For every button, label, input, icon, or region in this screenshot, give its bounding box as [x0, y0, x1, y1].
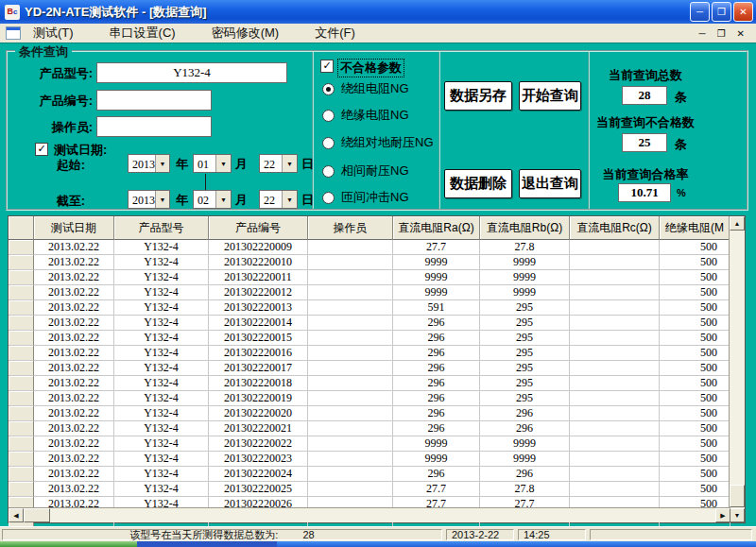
table-row[interactable]: 2013.02.22Y132-4201302220015296295500: [9, 331, 730, 346]
column-header[interactable]: 直流电阻Rb(Ω): [480, 216, 570, 240]
minimize-button[interactable]: ─: [690, 2, 710, 22]
chevron-down-icon[interactable]: ▼: [215, 155, 231, 172]
row-selector[interactable]: [9, 346, 34, 361]
chevron-down-icon[interactable]: ▼: [215, 191, 231, 208]
column-header[interactable]: 直流电阻Rc(Ω): [570, 216, 660, 240]
ng-option[interactable]: 相间耐压NG: [322, 162, 409, 179]
table-row[interactable]: 2013.02.22Y132-4201302220024296296500: [9, 467, 730, 482]
column-header[interactable]: 操作员: [308, 216, 393, 240]
column-header[interactable]: 产品型号: [114, 216, 209, 240]
table-row[interactable]: 2013.02.22Y132-420130222002299999999500: [9, 436, 730, 452]
taskbar[interactable]: [0, 541, 756, 547]
scroll-up-button[interactable]: ▲: [730, 216, 745, 231]
operator-input[interactable]: [96, 116, 212, 137]
horizontal-scroll-thumb[interactable]: [24, 508, 50, 522]
product-no-input[interactable]: [96, 90, 212, 111]
menu-item[interactable]: 串口设置(C): [106, 24, 180, 43]
mdi-restore-button[interactable]: ❐: [717, 28, 726, 39]
column-header[interactable]: 直流电阻Ra(Ω): [393, 216, 480, 240]
mdi-minimize-button[interactable]: ─: [699, 28, 706, 39]
ng-option[interactable]: 匝间冲击NG: [322, 189, 409, 206]
row-selector[interactable]: [9, 421, 34, 436]
mdi-child-icon[interactable]: [6, 26, 21, 40]
row-selector[interactable]: [9, 376, 34, 391]
menu-item[interactable]: 测试(T): [29, 24, 77, 43]
table-row[interactable]: 2013.02.22Y132-420130222001199999999500: [9, 270, 730, 285]
row-selector[interactable]: [9, 482, 34, 497]
start-month-select[interactable]: 01 ▼: [193, 154, 232, 173]
application-window: Bc YD-2N-ATE测试软件 - [数据查询] ─ ❐ ✕ 测试(T)串口设…: [0, 0, 756, 547]
exit-query-button[interactable]: 退出查询: [519, 169, 581, 198]
chevron-down-icon[interactable]: ▼: [155, 191, 169, 208]
radio-icon[interactable]: [322, 110, 335, 122]
menu-item[interactable]: 密码修改(M): [208, 24, 284, 43]
radio-icon[interactable]: [322, 83, 335, 95]
delete-data-button[interactable]: 数据删除: [444, 169, 512, 198]
horizontal-scrollbar[interactable]: ◀ ▶: [9, 507, 730, 522]
ng-option[interactable]: 绕组电阻NG: [322, 80, 409, 97]
row-selector[interactable]: [9, 391, 34, 406]
cell-rc: [570, 285, 660, 300]
table-row[interactable]: 2013.02.22Y132-4201302220018296295500: [9, 376, 730, 391]
restore-button[interactable]: ❐: [712, 2, 731, 22]
table-row[interactable]: 2013.02.22Y132-4201302220021296296500: [9, 421, 730, 436]
mdi-close-button[interactable]: ✕: [737, 28, 745, 39]
chevron-down-icon[interactable]: ▼: [282, 155, 297, 172]
row-selector[interactable]: [9, 361, 34, 376]
row-selector[interactable]: [9, 255, 34, 270]
end-day-select[interactable]: 22 ▼: [259, 190, 298, 209]
column-header[interactable]: 测试日期: [34, 216, 114, 240]
column-header[interactable]: 产品编号: [209, 216, 308, 240]
end-month-select[interactable]: 02 ▼: [193, 190, 232, 209]
table-row[interactable]: 2013.02.22Y132-4201302220020296296500: [9, 406, 730, 421]
row-selector[interactable]: [9, 452, 34, 467]
scroll-down-button[interactable]: ▼: [730, 508, 745, 522]
radio-icon[interactable]: [322, 165, 335, 178]
radio-icon[interactable]: [322, 137, 335, 149]
table-row[interactable]: 2013.02.22Y132-4201302220016296295500: [9, 346, 730, 361]
row-selector[interactable]: [9, 436, 34, 452]
table-row[interactable]: 2013.02.22Y132-420130222002527.727.8500: [9, 482, 730, 497]
vertical-scroll-thumb[interactable]: [730, 485, 745, 507]
row-selector-header[interactable]: [9, 216, 34, 240]
ng-option[interactable]: 绝缘电阻NG: [322, 107, 409, 124]
scroll-left-button[interactable]: ◀: [9, 508, 24, 522]
chevron-down-icon[interactable]: ▼: [282, 191, 297, 208]
product-model-input[interactable]: Y132-4: [96, 62, 287, 83]
chevron-down-icon[interactable]: ▼: [155, 155, 169, 172]
table-row[interactable]: 2013.02.22Y132-420130222000927.727.8500: [9, 240, 730, 255]
table-row[interactable]: 2013.02.22Y132-4201302220013591295500: [9, 300, 730, 316]
row-selector[interactable]: [9, 316, 34, 331]
start-year-select[interactable]: 2013 ▼: [128, 154, 170, 173]
end-year-select[interactable]: 2013 ▼: [128, 190, 170, 209]
table-row[interactable]: 2013.02.22Y132-420130222002399999999500: [9, 452, 730, 467]
start-button[interactable]: [0, 541, 137, 547]
taskbar-task-button[interactable]: [137, 541, 277, 547]
test-date-checkbox[interactable]: ✓: [35, 143, 48, 156]
row-selector[interactable]: [9, 300, 34, 316]
ng-param-checkbox[interactable]: ✓: [320, 60, 334, 73]
close-button[interactable]: ✕: [733, 2, 753, 22]
cell-no: 201302220017: [209, 361, 308, 376]
scroll-right-button[interactable]: ▶: [715, 508, 730, 522]
row-selector[interactable]: [9, 285, 34, 300]
column-header[interactable]: 绝缘电阻(M: [660, 216, 730, 240]
menu-item[interactable]: 文件(F): [311, 24, 359, 43]
row-selector[interactable]: [9, 406, 34, 421]
row-selector[interactable]: [9, 240, 34, 255]
table-row[interactable]: 2013.02.22Y132-4201302220019296295500: [9, 391, 730, 406]
table-row[interactable]: 2013.02.22Y132-420130222001099999999500: [9, 255, 730, 270]
vertical-scrollbar[interactable]: ▲ ▼: [729, 216, 745, 522]
row-selector[interactable]: [9, 270, 34, 285]
table-row[interactable]: 2013.02.22Y132-4201302220017296295500: [9, 361, 730, 376]
row-selector[interactable]: [9, 331, 34, 346]
save-data-button[interactable]: 数据另存: [444, 81, 512, 111]
start-query-button[interactable]: 开始查询: [519, 81, 581, 111]
row-selector[interactable]: [9, 467, 34, 482]
start-day-select[interactable]: 22 ▼: [259, 154, 298, 173]
ng-option[interactable]: 绕组对地耐压NG: [322, 134, 434, 151]
table-row[interactable]: 2013.02.22Y132-420130222001299999999500: [9, 285, 730, 300]
radio-icon[interactable]: [322, 192, 335, 204]
end-month-value: 02: [194, 191, 215, 208]
table-row[interactable]: 2013.02.22Y132-4201302220014296295500: [9, 316, 730, 331]
